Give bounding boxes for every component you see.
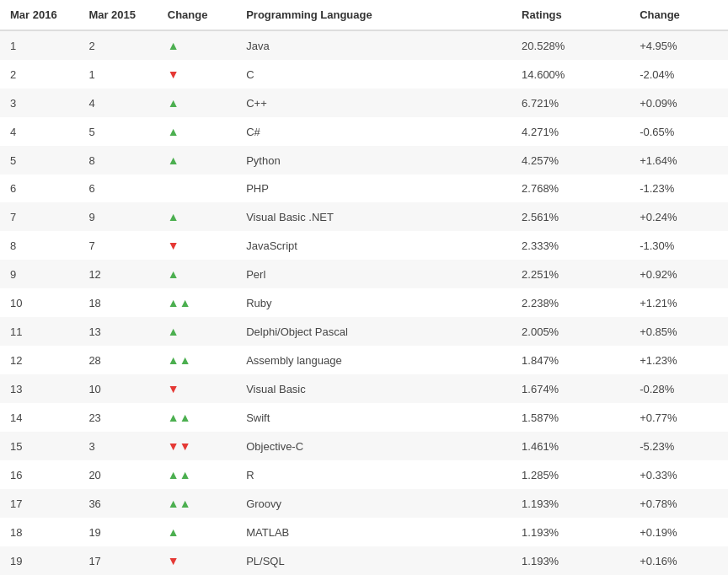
arrow-up-icon: ▲ [168,96,179,110]
arrow-up-icon: ▲ [168,210,179,223]
change-cell: -2.04% [629,60,728,89]
arrow-cell: ▼ [158,374,236,403]
prev-rank-cell: 5 [78,117,157,146]
arrow-up-icon: ▲ [168,39,179,52]
arrow-down-icon: ▼ [168,239,179,252]
change-cell: +0.19% [629,518,728,546]
prev-rank-cell: 4 [78,89,157,117]
language-cell: Swift [236,403,511,432]
change-cell: -5.23% [629,432,728,460]
rating-cell: 1.461% [511,432,629,460]
arrow-cell: ▲ [158,202,236,231]
change-cell: -1.23% [629,175,728,202]
prev-rank-cell: 3 [78,432,157,460]
rating-cell: 14.600% [511,60,629,89]
table-header: Mar 2016 Mar 2015 Change Programming Lan… [0,0,728,30]
arrow-cell: ▼ [158,546,236,575]
prev-rank-cell: 7 [78,231,157,260]
arrow-cell: ▲ [158,260,236,288]
rankings-table: Mar 2016 Mar 2015 Change Programming Lan… [0,0,728,586]
arrow-up-icon: ▲ [168,153,179,167]
change-cell: +4.95% [629,30,728,60]
change-cell: +0.78% [629,489,728,518]
change-cell: +0.85% [629,317,728,346]
arrow-cell: ▲▲ [158,346,236,374]
arrow-up-double-icon: ▲▲ [168,296,191,309]
change-cell: +0.16% [629,546,728,575]
arrow-cell: ▲▲ [158,288,236,317]
table-row: 1113▲Delphi/Object Pascal2.005%+0.85% [0,317,728,346]
prev-rank-cell: 20 [78,460,157,489]
language-cell: MATLAB [236,518,511,546]
change-cell: -1.30% [629,231,728,260]
arrow-cell: ▼ [158,60,236,89]
table-row: 12▲Java20.528%+4.95% [0,30,728,60]
rating-cell: 1.847% [511,346,629,374]
change-cell: +0.33% [629,460,728,489]
rank-cell: 8 [0,231,78,260]
rank-cell: 19 [0,546,78,575]
prev-rank-cell: 28 [78,346,157,374]
arrow-up-icon: ▲ [168,125,179,138]
table-row: 58▲Python4.257%+1.64% [0,146,728,175]
arrow-up-double-icon: ▲▲ [168,468,191,481]
prev-rank-cell: 19 [78,518,157,546]
arrow-cell: ▲▲ [158,460,236,489]
prev-rank-cell: 18 [78,288,157,317]
table-row: 2031▲▲D1.139%+0.64% [0,575,728,586]
arrow-down-icon: ▼ [168,554,179,567]
arrow-cell: ▲ [158,117,236,146]
arrow-cell: ▲▲ [158,403,236,432]
language-cell: Groovy [236,489,511,518]
change-cell: +1.23% [629,346,728,374]
arrow-cell: ▲ [158,317,236,346]
language-cell: PL/SQL [236,546,511,575]
rating-cell: 1.674% [511,374,629,403]
arrow-up-double-icon: ▲▲ [168,583,191,586]
rating-cell: 2.768% [511,175,629,202]
rank-cell: 1 [0,30,78,60]
change-cell: -0.28% [629,374,728,403]
arrow-cell [158,175,236,202]
table-row: 1018▲▲Ruby2.238%+1.21% [0,288,728,317]
rating-cell: 1.285% [511,460,629,489]
prev-rank-cell: 31 [78,575,157,586]
language-cell: R [236,460,511,489]
change-cell: +0.92% [629,260,728,288]
rank-cell: 17 [0,489,78,518]
prev-rank-cell: 6 [78,175,157,202]
language-cell: C# [236,117,511,146]
prev-rank-cell: 9 [78,202,157,231]
arrow-cell: ▲ [158,518,236,546]
prev-rank-cell: 36 [78,489,157,518]
language-cell: Ruby [236,288,511,317]
change-cell: +0.24% [629,202,728,231]
table-row: 1310▼Visual Basic1.674%-0.28% [0,374,728,403]
arrow-cell: ▲▲ [158,489,236,518]
rank-cell: 3 [0,89,78,117]
change-cell: -0.65% [629,117,728,146]
language-cell: PHP [236,175,511,202]
arrow-up-double-icon: ▲▲ [168,353,191,367]
rank-cell: 20 [0,575,78,586]
header-language: Programming Language [236,0,511,30]
table-row: 1620▲▲R1.285%+0.33% [0,460,728,489]
language-cell: C [236,60,511,89]
arrow-cell: ▼ [158,231,236,260]
table-row: 1423▲▲Swift1.587%+0.77% [0,403,728,432]
change-cell: +0.77% [629,403,728,432]
rating-cell: 4.257% [511,146,629,175]
prev-rank-cell: 1 [78,60,157,89]
prev-rank-cell: 2 [78,30,157,60]
language-cell: Assembly language [236,346,511,374]
table-row: 1228▲▲Assembly language1.847%+1.23% [0,346,728,374]
rank-cell: 7 [0,202,78,231]
header-ratings: Ratings [511,0,629,30]
rating-cell: 2.251% [511,260,629,288]
arrow-cell: ▲ [158,146,236,175]
rating-cell: 1.139% [511,575,629,586]
rank-cell: 4 [0,117,78,146]
language-cell: Objective-C [236,432,511,460]
table-row: 87▼JavaScript2.333%-1.30% [0,231,728,260]
header-mar2015: Mar 2015 [78,0,157,30]
